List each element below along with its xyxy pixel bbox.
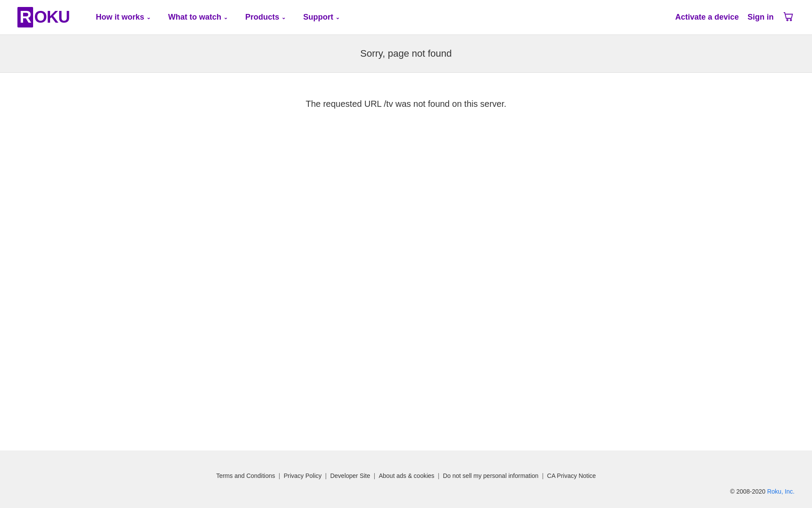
- main-nav: How it works ⌄ What to watch ⌄ Products …: [87, 10, 795, 24]
- header: ROKU How it works ⌄ What to watch ⌄ Prod…: [0, 0, 812, 35]
- logo-text-rest: OKU: [34, 8, 69, 27]
- chevron-down-icon: ⌄: [281, 14, 286, 20]
- nav-products[interactable]: Products ⌄: [237, 13, 294, 22]
- error-message: The requested URL /tv was not found on t…: [9, 99, 803, 109]
- footer: Terms and Conditions | Privacy Policy | …: [0, 450, 812, 508]
- footer-links: Terms and Conditions | Privacy Policy | …: [17, 472, 795, 479]
- footer-do-not-sell-link[interactable]: Do not sell my personal information: [443, 472, 538, 479]
- nav-support[interactable]: Support ⌄: [294, 13, 348, 22]
- footer-copyright: © 2008-2020 Roku, Inc.: [17, 488, 795, 495]
- nav-what-to-watch[interactable]: What to watch ⌄: [159, 13, 237, 22]
- svg-point-1: [790, 19, 792, 20]
- logo-box: R: [17, 7, 33, 27]
- footer-separator-1: |: [275, 472, 284, 479]
- footer-separator-4: |: [434, 472, 443, 479]
- sign-in-link[interactable]: Sign in: [748, 13, 774, 22]
- error-banner: Sorry, page not found: [0, 35, 812, 73]
- activate-device-link[interactable]: Activate a device: [675, 13, 739, 22]
- nav-actions: Activate a device Sign in: [675, 10, 795, 24]
- error-title: Sorry, page not found: [9, 48, 803, 59]
- footer-separator-2: |: [321, 472, 330, 479]
- cart-link[interactable]: [782, 10, 795, 24]
- footer-ads-cookies-link[interactable]: About ads & cookies: [379, 472, 434, 479]
- error-content: The requested URL /tv was not found on t…: [0, 73, 812, 450]
- chevron-down-icon: ⌄: [335, 14, 340, 20]
- roku-logo[interactable]: ROKU: [17, 7, 70, 27]
- chevron-down-icon: ⌄: [146, 14, 151, 20]
- footer-separator-3: |: [370, 472, 379, 479]
- footer-developer-link[interactable]: Developer Site: [330, 472, 370, 479]
- nav-how-it-works[interactable]: How it works ⌄: [87, 13, 159, 22]
- footer-ca-privacy-link[interactable]: CA Privacy Notice: [547, 472, 596, 479]
- roku-inc-link[interactable]: Roku, Inc.: [767, 488, 795, 495]
- svg-point-0: [787, 19, 788, 20]
- cart-icon: [782, 10, 795, 23]
- chevron-down-icon: ⌄: [223, 14, 228, 20]
- footer-privacy-link[interactable]: Privacy Policy: [284, 472, 321, 479]
- copyright-text: © 2008-2020: [730, 488, 767, 495]
- footer-terms-link[interactable]: Terms and Conditions: [216, 472, 275, 479]
- footer-separator-5: |: [538, 472, 547, 479]
